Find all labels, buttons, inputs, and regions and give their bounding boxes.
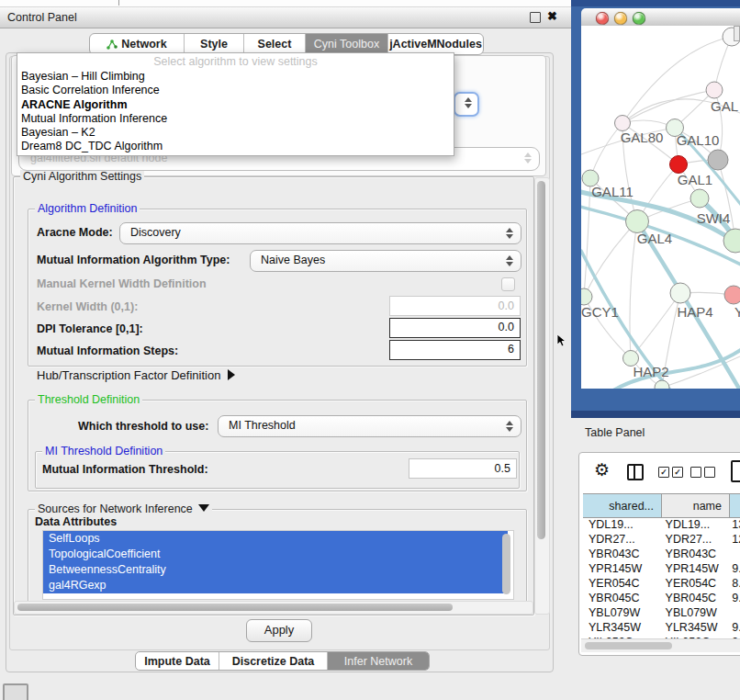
table-icon[interactable] <box>731 460 740 482</box>
network-node-label: GAL4 <box>637 231 672 246</box>
gear-icon[interactable]: ⚙ <box>594 461 610 479</box>
table-cell: YBR043C <box>583 547 660 561</box>
minimize-traffic-light[interactable] <box>614 12 627 25</box>
network-edge[interactable] <box>584 221 637 297</box>
dpi-tolerance-input[interactable]: 0.0 <box>389 318 521 338</box>
unchecked-box-icon[interactable] <box>704 467 715 478</box>
tab-select[interactable]: Select <box>244 34 306 54</box>
table-row[interactable]: YBR043CYBR043C <box>583 547 740 561</box>
zoom-traffic-light[interactable] <box>633 12 645 25</box>
unchecked-box-icon[interactable] <box>690 467 701 478</box>
scrollbar-thumb[interactable] <box>537 181 545 539</box>
algorithm-option[interactable]: Mutual Information Inference <box>17 112 454 126</box>
table-header-name[interactable]: name <box>662 494 730 517</box>
network-edge[interactable] <box>622 90 714 123</box>
network-node-label: GAL80 <box>621 130 664 145</box>
network-node[interactable] <box>724 286 740 304</box>
bottom-corner-icon[interactable] <box>3 683 28 700</box>
network-node[interactable] <box>670 283 690 303</box>
settings-horizontal-scrollbar[interactable] <box>14 601 533 615</box>
close-icon[interactable]: ✖ <box>547 9 557 23</box>
algorithm-option[interactable]: Bayesian – K2 <box>17 126 454 140</box>
split-columns-icon[interactable] <box>627 464 644 480</box>
manual-kernel-checkbox[interactable] <box>501 277 515 291</box>
algorithm-option[interactable]: ARACNE Algorithm <box>17 98 454 112</box>
network-node-label: SWI4 <box>697 210 731 226</box>
table-cell: YLR345W <box>583 620 660 635</box>
network-scrollbar-nub[interactable] <box>734 26 740 41</box>
scrollbar-thumb[interactable] <box>585 642 672 649</box>
network-node[interactable] <box>615 116 631 131</box>
network-node[interactable] <box>723 229 740 253</box>
tab-label: Select <box>258 38 292 51</box>
expand-right-icon <box>228 369 235 380</box>
network-node[interactable] <box>626 210 649 233</box>
network-icon <box>107 39 118 50</box>
tab-label: jActiveMNodules <box>389 38 482 51</box>
tab-network[interactable]: Network <box>90 34 185 54</box>
tab-jactivemnodules[interactable]: jActiveMNodules <box>388 34 483 54</box>
table-row[interactable]: YPR145WYPR145W9. <box>583 561 740 576</box>
table-row[interactable]: YBR045CYBR045C9. <box>583 591 740 605</box>
scrollbar-thumb[interactable] <box>17 604 453 611</box>
stepper-icon <box>505 420 512 433</box>
algorithm-option[interactable]: Basic Correlation Inference <box>17 84 454 97</box>
network-window-titlebar[interactable] <box>581 8 740 27</box>
attribute-list-item[interactable]: gal4RGexp <box>43 578 508 593</box>
settings-vertical-scrollbar[interactable] <box>534 177 550 615</box>
table-row[interactable]: YLR345WYLR345W9. <box>583 620 740 635</box>
which-threshold-combobox[interactable]: MI Threshold <box>218 415 521 437</box>
network-node[interactable] <box>706 82 723 98</box>
algorithm-option[interactable]: Dream8 DC_TDC Algorithm <box>17 140 454 153</box>
bottom-tab-infer-network[interactable]: Infer Network <box>328 652 429 670</box>
checked-box-icon[interactable]: ✓ <box>672 467 683 478</box>
network-node[interactable] <box>655 380 669 389</box>
network-node[interactable] <box>581 288 592 305</box>
float-window-icon[interactable] <box>530 12 541 23</box>
list-scrollbar[interactable] <box>502 534 510 594</box>
algorithm-option[interactable]: Bayesian – Hill Climbing <box>17 70 454 84</box>
attribute-list-item[interactable]: TopologicalCoefficient <box>43 547 508 562</box>
table-cell: YPR145W <box>660 561 727 576</box>
table-horizontal-scrollbar[interactable] <box>581 638 740 652</box>
close-traffic-light[interactable] <box>596 12 609 25</box>
bottom-tab-discretize-data[interactable]: Discretize Data <box>219 652 328 670</box>
table-row[interactable]: YER054CYER054C8. <box>583 576 740 591</box>
hub-definition-expander[interactable]: Hub/Transcription Factor Definition <box>37 368 235 382</box>
table-row[interactable]: YDR27...YDR27...12 <box>583 532 740 547</box>
attribute-list-item[interactable]: SelfLoops <box>43 531 508 547</box>
mi-steps-input[interactable]: 6 <box>389 340 521 360</box>
aracne-mode-combobox[interactable]: Discovery <box>119 222 521 244</box>
mi-type-combobox[interactable]: Naive Bayes <box>250 250 521 272</box>
network-node[interactable] <box>690 189 709 208</box>
bottom-tabbar: Impute DataDiscretize DataInfer Network <box>135 651 430 671</box>
table-row[interactable]: YBL079WYBL079W <box>583 605 740 620</box>
data-attributes-label: Data Attributes <box>35 515 117 528</box>
table-cell: YBL079W <box>583 605 660 620</box>
table-rows: YDL19...YDL19...13YDR27...YDR27...12YBR0… <box>583 517 740 649</box>
tab-cyni-toolbox[interactable]: Cyni Toolbox <box>306 34 388 54</box>
network-node[interactable] <box>670 156 688 174</box>
table-header-shared[interactable]: shared... <box>583 494 662 517</box>
data-attributes-list[interactable]: SelfLoopsTopologicalCoefficientBetweenne… <box>42 530 514 600</box>
table-cell: YER054C <box>583 576 660 591</box>
apply-button[interactable]: Apply <box>246 619 312 642</box>
which-threshold-label: Which threshold to use: <box>78 420 208 433</box>
sources-group-title[interactable]: Sources for Network Inference <box>35 502 212 515</box>
algorithm-combobox-focused-cap[interactable] <box>454 92 479 117</box>
threshold-definition-title: Threshold Definition <box>35 393 142 406</box>
network-node[interactable] <box>708 150 728 170</box>
tab-style[interactable]: Style <box>185 34 244 54</box>
network-edge[interactable] <box>590 123 622 178</box>
network-canvas[interactable]: GALGAL80GAL10GAL1GAL11GAL4SWI4GCY1HAP4YH… <box>581 26 740 389</box>
aracne-mode-label: Aracne Mode: <box>37 226 113 239</box>
table-row[interactable]: YDL19...YDL19...13 <box>583 517 740 532</box>
checked-box-icon[interactable]: ✓ <box>658 467 669 478</box>
kernel-width-input[interactable]: 0.0 <box>389 296 521 316</box>
table-cell: YDL19... <box>660 517 727 532</box>
bottom-tab-impute-data[interactable]: Impute Data <box>136 652 219 670</box>
attribute-list-item[interactable]: BetweennessCentrality <box>43 562 508 578</box>
mi-threshold-input[interactable]: 0.5 <box>409 458 517 479</box>
table-header-A[interactable]: A <box>730 494 740 517</box>
network-view-window[interactable]: GALGAL80GAL10GAL1GAL11GAL4SWI4GCY1HAP4YH… <box>571 0 740 418</box>
